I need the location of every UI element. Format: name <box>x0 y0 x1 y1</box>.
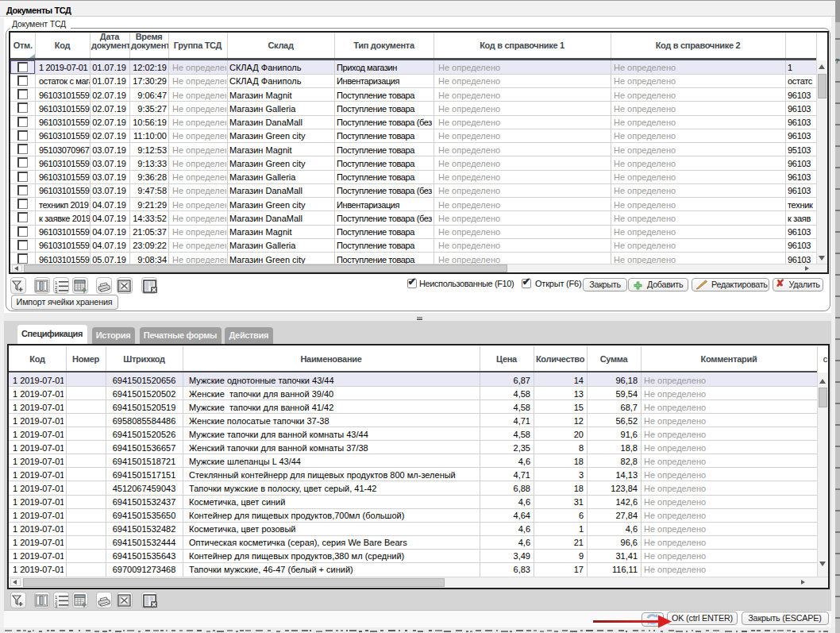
svg-text:3: 3 <box>55 289 58 293</box>
svg-text:3: 3 <box>55 604 58 608</box>
